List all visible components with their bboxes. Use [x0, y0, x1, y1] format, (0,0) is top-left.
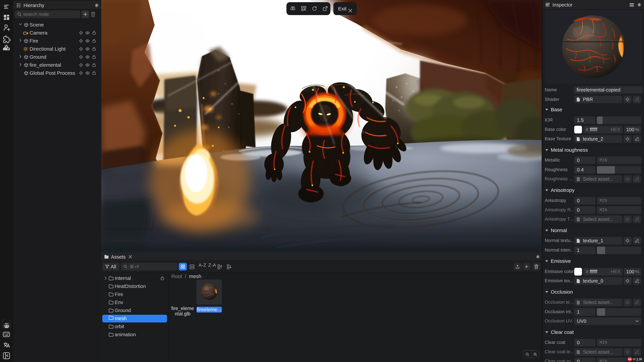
svg-text:Internal: Internal — [115, 276, 131, 281]
svg-text:fire_elemental: fire_elemental — [30, 62, 61, 68]
svg-text:Fire: Fire — [30, 38, 38, 43]
svg-text:mesh: mesh — [115, 316, 126, 321]
svg-text:Scene: Scene — [30, 22, 44, 27]
svg-text:Fire: Fire — [115, 292, 123, 297]
svg-text:Ground: Ground — [115, 308, 131, 313]
svg-text:orbit: orbit — [115, 324, 124, 329]
svg-text:search node: search node — [23, 11, 49, 17]
svg-text:HeatDIstortion: HeatDIstortion — [115, 284, 146, 289]
svg-text:Global Post Process: Global Post Process — [30, 70, 75, 76]
svg-text:Camera: Camera — [30, 30, 48, 35]
svg-text:Ground: Ground — [30, 54, 46, 60]
svg-text:Env: Env — [115, 300, 123, 305]
svg-text:animation: animation — [115, 332, 136, 337]
svg-text:Directional Light: Directional Light — [30, 46, 66, 52]
